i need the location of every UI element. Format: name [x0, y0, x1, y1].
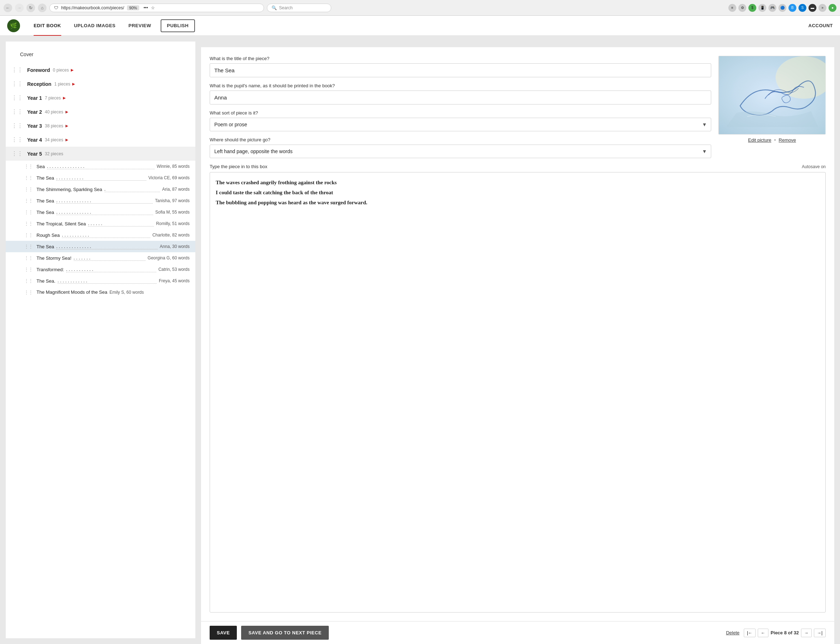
sidebar-item-year1[interactable]: ⋮⋮ Year 1 7 pieces ▶	[6, 91, 195, 105]
address-bar[interactable]: 🛡 https://makeourbook.com/pieces/ 90% ••…	[49, 3, 264, 12]
piece-row-sea-winnie[interactable]: ⋮⋮ Sea . . . . . . . . . . . . . . . Win…	[6, 161, 195, 172]
search-placeholder: Search	[279, 5, 293, 10]
dots-separator: . . . . . . . . . . . . . .	[56, 209, 153, 215]
nav-upload-images[interactable]: UPLOAD IMAGES	[67, 16, 122, 36]
piece-author: Aria, 87 words	[162, 187, 190, 192]
more-icon: •••	[143, 5, 148, 10]
piece-row-tropical[interactable]: ⋮⋮ The Tropical, Silent Sea . . . . . . …	[6, 218, 195, 229]
sidebar-item-foreword[interactable]: ⋮⋮ Foreword 0 pieces ▶	[6, 63, 195, 77]
piece-author: Victoria CE, 69 words	[148, 175, 190, 180]
nav-preview[interactable]: PREVIEW	[122, 16, 158, 36]
expand-arrow-icon: ▶	[66, 124, 68, 128]
text-editor-content[interactable]: The waves crashed angrily frothing again…	[210, 172, 826, 613]
section-count: 38 pieces	[45, 123, 63, 128]
picture-select-wrapper: Left hand page, opposite the words Right…	[210, 145, 711, 158]
save-button[interactable]: SAVE	[210, 626, 237, 640]
remove-picture-link[interactable]: Remove	[779, 137, 796, 143]
piece-row-roughsea[interactable]: ⋮⋮ Rough Sea . . . . . . . . . . . Charl…	[6, 229, 195, 241]
picture-label: Where should the picture go?	[210, 137, 711, 142]
zoom-level: 90%	[127, 5, 139, 10]
save-and-next-button[interactable]: SAVE AND GO TO NEXT PIECE	[241, 626, 328, 640]
piece-row-thesea-anna[interactable]: ⋮⋮ The Sea . . . . . . . . . . . . . . A…	[6, 241, 195, 252]
piece-drag-handle-icon: ⋮⋮	[24, 255, 33, 260]
piece-author: Winnie, 85 words	[157, 164, 190, 169]
nav-account[interactable]: ACCOUNT	[809, 23, 833, 28]
first-page-button[interactable]: |←	[744, 629, 756, 637]
refresh-button[interactable]: ↻	[26, 3, 35, 12]
piece-drag-handle-icon: ⋮⋮	[24, 278, 33, 283]
picture-select[interactable]: Left hand page, opposite the words Right…	[210, 145, 711, 158]
piece-row-thesea-victorace[interactable]: ⋮⋮ The Sea . . . . . . . . . . . Victori…	[6, 172, 195, 184]
section-name: Foreword	[27, 67, 50, 73]
pupil-label: What is the pupil's name, as it should b…	[210, 83, 711, 89]
drag-handle-icon: ⋮⋮	[11, 94, 23, 101]
piece-author: Sofia M, 55 words	[155, 210, 190, 215]
expand-arrow-icon: ▶	[71, 68, 74, 72]
dots-separator: . . . . . . . . . . .	[62, 232, 150, 238]
piece-row-shimmering[interactable]: ⋮⋮ The Shimmering, Sparkling Sea . Aria,…	[6, 184, 195, 195]
drag-handle-icon: ⋮⋮	[11, 136, 23, 143]
drag-handle-icon: ⋮⋮	[11, 108, 23, 115]
piece-drag-handle-icon: ⋮⋮	[24, 210, 33, 215]
prev-page-button[interactable]: ←	[758, 629, 768, 637]
section-name: Year 1	[27, 95, 42, 101]
type-select[interactable]: Poem or prose Story Non-fiction Other	[210, 118, 711, 131]
back-button[interactable]: ←	[3, 3, 12, 12]
search-icon: 🔍	[272, 5, 277, 10]
piece-info: Piece 8 of 32	[771, 630, 799, 636]
piece-row-thesea-freya[interactable]: ⋮⋮ The Sea. . . . . . . . . . . . . Frey…	[6, 275, 195, 287]
last-page-button[interactable]: →|	[814, 629, 826, 637]
artwork-image	[719, 56, 826, 135]
editor-line-3: The bubbling and popping was heard as th…	[216, 198, 820, 207]
edit-picture-link[interactable]: Edit picture	[748, 137, 771, 143]
piece-row-magnificent[interactable]: ⋮⋮ The Magnificent Moods of the Sea Emil…	[6, 287, 195, 298]
title-label: What is the title of the piece?	[210, 56, 711, 61]
piece-title: The Sea.	[36, 278, 56, 284]
extension-icon-8: S	[799, 4, 806, 12]
cover-label: Cover	[6, 49, 195, 63]
section-name: Reception	[27, 81, 51, 87]
title-field-group: What is the title of the piece?	[210, 56, 711, 77]
profile-icon[interactable]: ●	[829, 4, 837, 12]
type-select-wrapper: Poem or prose Story Non-fiction Other ▼	[210, 118, 711, 131]
extension-icon-5: 🎮	[768, 4, 776, 12]
dots-separator: . . . . . . . . . . .	[66, 266, 156, 272]
piece-row-transformed[interactable]: ⋮⋮ Transformed: . . . . . . . . . . . Ca…	[6, 264, 195, 275]
piece-author: Emily S, 60 words	[110, 290, 144, 295]
piece-drag-handle-icon: ⋮⋮	[24, 164, 33, 169]
form-and-image-area: What is the title of the piece? What is …	[210, 56, 826, 158]
editor-header: Type the piece in to this box Autosave o…	[210, 164, 826, 169]
title-input[interactable]	[210, 63, 711, 77]
nav-edit-book[interactable]: EDIT BOOK	[27, 16, 67, 36]
piece-title: The Sea	[36, 244, 54, 250]
nav-publish[interactable]: PUBLISH	[161, 19, 195, 32]
piece-row-thesea-sofia[interactable]: ⋮⋮ The Sea . . . . . . . . . . . . . . S…	[6, 207, 195, 218]
sidebar-item-year5[interactable]: ⋮⋮ Year 5 32 pieces	[6, 147, 195, 161]
extension-icon-6: 🔵	[778, 4, 786, 12]
extension-icon-3: $	[748, 4, 756, 12]
browser-search-box[interactable]: 🔍 Search	[267, 3, 331, 12]
editor-line-1: The waves crashed angrily frothing again…	[216, 178, 820, 187]
section-name: Year 4	[27, 137, 42, 143]
forward-button[interactable]: →	[15, 3, 24, 12]
piece-row-thesea-tanisha[interactable]: ⋮⋮ The Sea . . . . . . . . . . . . . . T…	[6, 195, 195, 207]
sidebar-item-reception[interactable]: ⋮⋮ Reception 1 pieces ▶	[6, 77, 195, 91]
next-page-button[interactable]: →	[801, 629, 812, 637]
sidebar-item-year2[interactable]: ⋮⋮ Year 2 40 pieces ▶	[6, 105, 195, 119]
home-button[interactable]: ⌂	[38, 3, 46, 12]
main-container: Cover ⋮⋮ Foreword 0 pieces ▶ ⋮⋮ Receptio…	[0, 36, 840, 644]
piece-title: The Stormy Sea!	[36, 255, 72, 261]
delete-button[interactable]: Delete	[726, 630, 740, 636]
expand-arrow-icon: ▶	[72, 82, 75, 86]
pupil-input[interactable]	[210, 90, 711, 105]
app-logo: 🌿	[7, 19, 20, 32]
overflow-button[interactable]: »	[819, 4, 827, 12]
piece-row-stormysea[interactable]: ⋮⋮ The Stormy Sea! . . . . . . . Georgin…	[6, 252, 195, 264]
sidebar-item-year4[interactable]: ⋮⋮ Year 4 34 pieces ▶	[6, 133, 195, 147]
extension-icon-9: ▬	[809, 4, 816, 12]
piece-drag-handle-icon: ⋮⋮	[24, 221, 33, 226]
piece-drag-handle-icon: ⋮⋮	[24, 233, 33, 238]
editor-line-2: I could taste the salt catching the back…	[216, 188, 820, 197]
browser-toolbar-icons: ≡ ⚙ $ 📱 🎮 🔵 B S ▬ » ●	[728, 4, 837, 12]
sidebar-item-year3[interactable]: ⋮⋮ Year 3 38 pieces ▶	[6, 119, 195, 133]
